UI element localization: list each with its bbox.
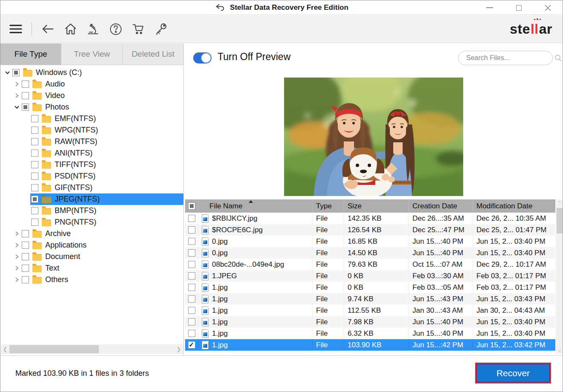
column-header-modification-date[interactable]: Modification Date: [473, 199, 555, 213]
checkbox-empty[interactable]: [31, 184, 38, 191]
checkbox-empty[interactable]: [31, 173, 38, 180]
tree-item[interactable]: Photos: [0, 101, 183, 113]
table-row[interactable]: 1.jpgFile112.55 KBJan 30...:43 AMJan 30,…: [185, 305, 555, 316]
column-header-type[interactable]: Type: [312, 199, 344, 213]
tree-item[interactable]: Applications: [0, 239, 183, 251]
scrollbar-thumb[interactable]: [557, 208, 563, 233]
vertical-scrollbar[interactable]: ⌃ ⌄: [556, 199, 563, 354]
tree-item[interactable]: Audio: [0, 78, 183, 90]
checkbox-empty[interactable]: [188, 261, 195, 268]
checkbox-empty[interactable]: [22, 242, 29, 249]
checkbox-empty[interactable]: [22, 92, 29, 99]
checkbox-empty[interactable]: [188, 330, 195, 337]
table-row[interactable]: 1.jpgFile103.90 KBJun 15...:42 PMJun 15,…: [185, 339, 555, 351]
key-icon[interactable]: [154, 22, 168, 36]
maximize-button[interactable]: [512, 1, 525, 14]
recover-button[interactable]: Recover: [475, 363, 551, 383]
checkbox-partial[interactable]: [12, 69, 20, 76]
search-box[interactable]: [458, 51, 553, 65]
chevron-right-icon[interactable]: [12, 81, 21, 88]
checkbox-empty[interactable]: [188, 226, 195, 233]
header-select-all[interactable]: [185, 199, 198, 213]
checkbox-empty[interactable]: [188, 249, 195, 257]
checkbox-partial[interactable]: [31, 196, 38, 203]
checkbox-empty[interactable]: [22, 265, 29, 272]
tree-item[interactable]: RAW(NTFS): [0, 136, 183, 147]
scroll-right-icon[interactable]: ❯: [174, 344, 183, 354]
search-input[interactable]: [466, 54, 554, 62]
checkbox-empty[interactable]: [31, 161, 38, 168]
tab-file-type[interactable]: File Type: [0, 43, 61, 65]
checkbox-empty[interactable]: [188, 238, 195, 245]
tree-item[interactable]: Others: [0, 274, 183, 285]
checkbox-empty[interactable]: [22, 230, 29, 237]
tab-deleted-list[interactable]: Deleted List: [123, 43, 183, 65]
tree-item[interactable]: Archive: [0, 228, 183, 239]
table-row[interactable]: 0.jpgFile14.50 KBJun 15...:40 PMJun 15, …: [185, 247, 555, 259]
checkbox-empty[interactable]: [31, 115, 38, 122]
tree-item[interactable]: PNG(NTFS): [0, 216, 183, 228]
tree-item[interactable]: EMF(NTFS): [0, 113, 183, 124]
preview-toggle[interactable]: [193, 52, 212, 63]
column-header-creation-date[interactable]: Creation Date: [409, 199, 473, 213]
chevron-right-icon[interactable]: [12, 92, 21, 99]
horizontal-scrollbar[interactable]: ❮ ❯: [1, 344, 183, 354]
table-row[interactable]: 08bc20de-...049e4.jpgFile79.63 KBOct 15.…: [185, 259, 555, 270]
chevron-right-icon[interactable]: [12, 265, 21, 272]
scrollbar-thumb[interactable]: [9, 345, 99, 353]
minimize-button[interactable]: [483, 1, 496, 14]
checkbox-empty[interactable]: [188, 307, 195, 314]
tree-item[interactable]: GIF(NTFS): [0, 182, 183, 193]
scroll-left-icon[interactable]: ❮: [1, 344, 9, 354]
checkbox-empty[interactable]: [188, 318, 195, 326]
checkbox-empty[interactable]: [31, 219, 38, 226]
close-button[interactable]: [541, 1, 554, 14]
tab-tree-view[interactable]: Tree View: [61, 43, 122, 65]
checkbox-empty[interactable]: [188, 215, 195, 222]
tree-item[interactable]: WPG(NTFS): [0, 124, 183, 136]
checkbox-empty[interactable]: [31, 207, 38, 214]
tree-item[interactable]: TIFF(NTFS): [0, 159, 183, 170]
chevron-down-icon[interactable]: [3, 69, 12, 76]
tree-item[interactable]: JPEG(NTFS): [0, 193, 183, 205]
chevron-right-icon[interactable]: [12, 254, 21, 260]
table-row[interactable]: $ROCPE6C.jpgFile126.54 KBDec 25...:47 PM…: [185, 224, 555, 236]
cart-icon[interactable]: [131, 22, 145, 36]
table-row[interactable]: 0.jpgFile16.85 KBJun 15...:40 PMJun 15, …: [185, 236, 555, 247]
checkbox-empty[interactable]: [22, 276, 29, 283]
tree-item[interactable]: Video: [0, 90, 183, 101]
checkbox-empty[interactable]: [188, 272, 195, 280]
tree-item[interactable]: BMP(NTFS): [0, 205, 183, 216]
chevron-down-icon[interactable]: [12, 104, 21, 111]
back-icon[interactable]: [41, 22, 55, 36]
table-row[interactable]: $RBIJKCY.jpgFile142.35 KBDec 26...:35 AM…: [185, 213, 555, 224]
table-row[interactable]: 1.JPEGFile0 KBFeb 03...:30 AMFeb 03, 2..…: [185, 270, 555, 282]
checkbox-empty[interactable]: [31, 127, 38, 134]
tree-item[interactable]: PSD(NTFS): [0, 170, 183, 182]
home-icon[interactable]: [64, 22, 77, 36]
checkbox-empty[interactable]: [22, 253, 29, 260]
tree-item[interactable]: Text: [0, 262, 183, 274]
chevron-right-icon[interactable]: [12, 231, 21, 237]
checkbox-empty[interactable]: [188, 284, 195, 291]
microscope-icon[interactable]: [86, 22, 100, 36]
chevron-right-icon[interactable]: [12, 277, 21, 283]
tree-item[interactable]: Document: [0, 251, 183, 262]
checkbox-empty[interactable]: [22, 81, 29, 88]
checkbox-checked[interactable]: [188, 341, 195, 349]
scroll-down-icon[interactable]: ⌄: [556, 346, 563, 354]
checkbox-partial[interactable]: [22, 104, 29, 111]
scroll-up-icon[interactable]: ⌃: [556, 199, 563, 207]
tree-item[interactable]: ANI(NTFS): [0, 147, 183, 159]
chevron-right-icon[interactable]: [12, 242, 21, 249]
tree-item[interactable]: Windows (C:): [0, 67, 183, 78]
column-header-file-name[interactable]: File Name: [198, 199, 312, 213]
checkbox-empty[interactable]: [31, 138, 38, 145]
table-row[interactable]: 1.jpgFile0 KBFeb 03...:05 AMFeb 03, 2...…: [185, 282, 555, 293]
menu-icon[interactable]: [9, 22, 23, 36]
checkbox-empty[interactable]: [188, 295, 195, 303]
table-row[interactable]: 1.jpgFile9.74 KBJun 15...:43 PMJun 15, 2…: [185, 293, 555, 305]
help-icon[interactable]: [109, 22, 122, 36]
column-header-size[interactable]: Size: [344, 199, 409, 213]
checkbox-partial[interactable]: [188, 202, 195, 210]
